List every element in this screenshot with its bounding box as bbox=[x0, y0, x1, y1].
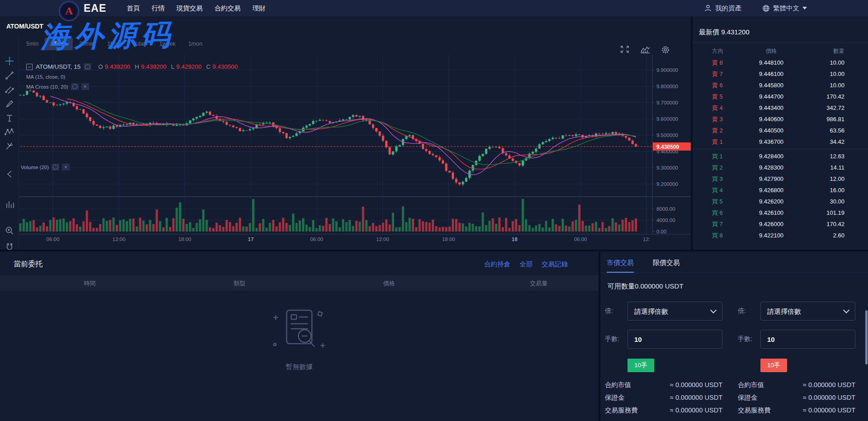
amount-value: 34.42 bbox=[800, 136, 868, 147]
language-switch[interactable]: 繁體中文 bbox=[762, 4, 807, 13]
bid-row[interactable]: 買 89.4221002.60 bbox=[693, 230, 868, 241]
nav-item-2[interactable]: 行情 bbox=[146, 0, 170, 16]
info-row-2: 保證金≈ 0.000000 USDT bbox=[738, 391, 855, 404]
timeframe-tab-1week[interactable]: 1week bbox=[153, 38, 182, 50]
crosshair-icon[interactable] bbox=[4, 56, 15, 66]
lots-input[interactable] bbox=[627, 330, 722, 349]
brand-logo[interactable]: A bbox=[59, 1, 79, 21]
nav-item-3[interactable]: 現貨交易 bbox=[170, 0, 208, 16]
bid-row[interactable]: 買 59.42620030.00 bbox=[693, 196, 868, 207]
collapse-arrow-icon[interactable] bbox=[4, 169, 15, 180]
nav-item-1[interactable]: 首頁 bbox=[121, 0, 146, 16]
no-data-text: 暫無數據 bbox=[286, 363, 313, 371]
trade-panel: 市價交易限價交易 可用数量0.000000 USDT 倍:請選擇倍數手數:10手… bbox=[600, 251, 868, 421]
bid-row[interactable]: 買 39.42790012.00 bbox=[693, 173, 868, 184]
svg-text:9.430500: 9.430500 bbox=[656, 144, 679, 150]
bid-row[interactable]: 買 29.42830014.11 bbox=[693, 162, 868, 173]
ask-row[interactable]: 賣 19.43670034.42 bbox=[693, 136, 868, 147]
price-value: 9.426800 bbox=[742, 184, 800, 196]
timeframe-tab-1day[interactable]: 1day bbox=[128, 38, 153, 50]
bid-row[interactable]: 買 49.42680016.00 bbox=[693, 184, 868, 196]
brand-name: EAE bbox=[84, 2, 106, 14]
svg-text:0.00: 0.00 bbox=[656, 229, 666, 234]
ask-row[interactable]: 賣 79.44610010.00 bbox=[693, 68, 868, 80]
multiplier-select-wrap: 請選擇倍數 bbox=[627, 302, 722, 321]
bars-pattern-icon[interactable] bbox=[4, 199, 15, 210]
zoom-in-icon[interactable] bbox=[4, 225, 15, 236]
orderbook-col-3: 數量 bbox=[800, 47, 868, 55]
orders-link-3[interactable]: 交易記錄 bbox=[542, 260, 568, 269]
ask-row[interactable]: 賣 29.44050063.56 bbox=[693, 125, 868, 136]
info-label: 合約市值 bbox=[738, 381, 764, 389]
timeframe-tab-1hour[interactable]: 1hour bbox=[101, 38, 128, 50]
orderbook-col-1: 方向 bbox=[693, 47, 742, 55]
svg-text:12:: 12: bbox=[643, 237, 650, 242]
multiplier-select[interactable]: 請選擇倍數 bbox=[627, 302, 722, 321]
close-icon[interactable]: × bbox=[81, 83, 89, 90]
forecast-icon[interactable] bbox=[4, 141, 15, 151]
amount-value: 170.42 bbox=[800, 218, 868, 230]
text-tool-icon[interactable] bbox=[4, 113, 15, 123]
settings-gear-icon[interactable] bbox=[52, 164, 59, 170]
amount-value: 10.00 bbox=[800, 57, 868, 68]
bid-row[interactable]: 買 19.42840012.63 bbox=[693, 151, 868, 162]
trade-tab-2[interactable]: 限價交易 bbox=[653, 259, 680, 273]
close-icon[interactable]: × bbox=[62, 164, 70, 170]
price-value: 9.436700 bbox=[742, 136, 800, 147]
fullscreen-icon[interactable] bbox=[620, 45, 629, 53]
ask-row[interactable]: 賣 69.44580010.00 bbox=[693, 80, 868, 91]
nav-item-5[interactable]: 理財 bbox=[246, 0, 271, 16]
orders-link-2[interactable]: 全部 bbox=[519, 260, 533, 269]
my-assets-link[interactable]: 我的資產 bbox=[704, 4, 741, 13]
direction-label: 賣 6 bbox=[693, 80, 742, 91]
svg-text:9.600000: 9.600000 bbox=[656, 116, 678, 122]
timeframe-bar: 5min15min30min1hour1day1week1mon bbox=[20, 38, 209, 50]
trade-tab-1[interactable]: 市價交易 bbox=[607, 259, 634, 273]
info-row-3: 交易服務費≈ 0.000000 USDT bbox=[738, 404, 855, 416]
bid-row[interactable]: 買 79.426000170.42 bbox=[693, 218, 868, 230]
amount-value: 986.81 bbox=[800, 114, 868, 125]
last-price-value: 9.431200 bbox=[721, 28, 750, 36]
lots-label: 手數: bbox=[605, 335, 627, 343]
svg-text:18:00: 18:00 bbox=[442, 237, 455, 242]
settings-gear-icon[interactable] bbox=[71, 83, 79, 90]
price-value: 9.440500 bbox=[742, 125, 800, 136]
drawing-toolbar bbox=[0, 34, 19, 250]
timeframe-tab-30min[interactable]: 30min bbox=[73, 38, 101, 50]
timeframe-tab-15min[interactable]: 15min bbox=[45, 38, 73, 50]
info-label: 合約市值 bbox=[605, 381, 631, 389]
open-buy-button[interactable]: 10手 bbox=[627, 359, 654, 372]
multiplier-select[interactable]: 請選擇倍數 bbox=[760, 302, 855, 321]
language-label: 繁體中文 bbox=[773, 4, 799, 13]
indicators-icon[interactable] bbox=[640, 45, 650, 53]
orders-link-1[interactable]: 合約持倉 bbox=[484, 260, 510, 269]
orderbook-rows: 賣 89.44810010.00賣 79.44610010.00賣 69.445… bbox=[693, 57, 868, 241]
open-sell-button[interactable]: 10手 bbox=[760, 359, 787, 372]
timeframe-tab-1mon[interactable]: 1mon bbox=[182, 38, 208, 50]
channel-icon[interactable] bbox=[4, 85, 15, 95]
collapse-legend-icon[interactable]: − bbox=[26, 64, 33, 70]
navbar-right: 我的資產 繁體中文 bbox=[704, 4, 807, 13]
ask-row[interactable]: 賣 49.443400342.72 bbox=[693, 102, 868, 114]
magnet-icon[interactable] bbox=[4, 241, 15, 250]
settings-gear-icon[interactable] bbox=[661, 45, 670, 54]
svg-text:18: 18 bbox=[512, 237, 518, 242]
scrollbar[interactable] bbox=[865, 310, 868, 364]
ask-row[interactable]: 賣 39.440600986.81 bbox=[693, 114, 868, 125]
lots-input[interactable] bbox=[760, 330, 855, 349]
ask-row[interactable]: 賣 59.444700170.42 bbox=[693, 91, 868, 102]
ask-row[interactable]: 賣 89.44810010.00 bbox=[693, 57, 868, 68]
trade-tabs: 市價交易限價交易 bbox=[600, 251, 868, 273]
my-assets-label: 我的資產 bbox=[715, 4, 741, 13]
amount-value: 63.56 bbox=[800, 125, 868, 136]
settings-gear-icon[interactable] bbox=[84, 63, 91, 70]
timeframe-tab-5min[interactable]: 5min bbox=[20, 38, 45, 50]
candlestick-chart[interactable]: 06:0012:0018:001706:0012:0018:001806:001… bbox=[0, 16, 691, 250]
brush-icon[interactable] bbox=[4, 99, 15, 109]
info-value: ≈ 0.000000 USDT bbox=[670, 407, 722, 414]
trendline-icon[interactable] bbox=[4, 70, 15, 81]
symbol-selector[interactable]: ATOM/USDT bbox=[6, 23, 52, 30]
bid-row[interactable]: 買 69.426100101.19 bbox=[693, 207, 868, 218]
xabcd-pattern-icon[interactable] bbox=[4, 127, 15, 137]
nav-item-4[interactable]: 合約交易 bbox=[208, 0, 246, 16]
